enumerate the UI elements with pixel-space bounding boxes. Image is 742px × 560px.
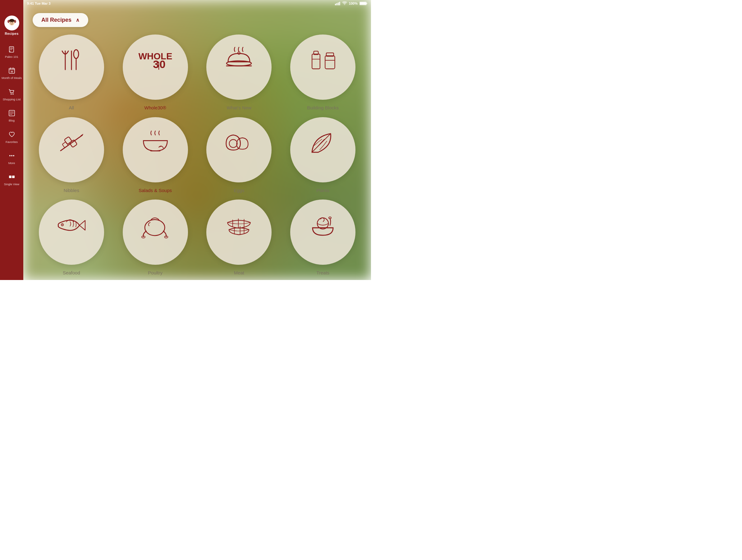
sidebar-item-paleo101[interactable]: Paleo 101 xyxy=(0,42,23,63)
category-seafood[interactable]: Seafood xyxy=(33,200,110,276)
category-treats[interactable]: Treats xyxy=(284,200,362,276)
category-whole30[interactable]: WHOLE 3 0 Whole30® xyxy=(116,35,194,111)
leaf-icon xyxy=(306,126,340,160)
category-treats-label: Treats xyxy=(316,270,329,276)
svg-text:0: 0 xyxy=(159,58,165,70)
svg-rect-18 xyxy=(335,4,336,5)
category-building-blocks-label: Building Blocks xyxy=(307,105,339,111)
category-whole30-circle: WHOLE 3 0 xyxy=(123,35,188,100)
dropdown-label: All Recipes xyxy=(41,17,71,23)
bottles-icon xyxy=(306,43,340,78)
category-whats-new-circle xyxy=(206,35,272,100)
app-logo: Recipes xyxy=(4,15,19,36)
category-eggs-label: Eggs xyxy=(234,187,244,194)
svg-point-27 xyxy=(74,50,78,58)
sidebar-item-blog[interactable]: Blog xyxy=(0,105,23,126)
svg-rect-16 xyxy=(9,175,11,178)
svg-text:30: 30 xyxy=(10,70,13,73)
chevron-up-icon: ∧ xyxy=(76,17,80,23)
svg-rect-19 xyxy=(336,3,337,5)
svg-point-14 xyxy=(11,155,12,156)
wifi-icon xyxy=(342,2,347,5)
category-whole30-label: Whole30® xyxy=(144,105,166,111)
svg-rect-21 xyxy=(339,2,340,5)
category-meat-circle xyxy=(206,200,272,265)
category-building-blocks[interactable]: Building Blocks xyxy=(284,35,362,111)
content-area: All Recipes ∧ All xyxy=(23,7,371,280)
eggs-icon xyxy=(222,126,256,160)
sidebar-item-blog-label: Blog xyxy=(9,119,15,122)
utensils-icon xyxy=(54,43,89,78)
svg-point-52 xyxy=(145,220,165,236)
category-seafood-label: Seafood xyxy=(63,270,80,276)
svg-rect-23 xyxy=(367,3,367,4)
category-whats-new[interactable]: What's New xyxy=(200,35,278,111)
category-poultry-label: Poultry xyxy=(148,270,162,276)
svg-point-49 xyxy=(229,140,237,148)
sausage-icon xyxy=(222,208,256,242)
sidebar-item-single-view[interactable]: Single View xyxy=(0,169,23,190)
battery-label: 100% xyxy=(349,2,358,5)
all-recipes-dropdown[interactable]: All Recipes ∧ xyxy=(33,13,88,27)
svg-point-51 xyxy=(62,224,63,225)
svg-text:3: 3 xyxy=(153,58,159,70)
sidebar-item-shopping-list[interactable]: Shopping List xyxy=(0,84,23,105)
sidebar-item-single-view-label: Single View xyxy=(4,183,19,186)
category-building-blocks-circle xyxy=(290,35,356,100)
sidebar: Recipes Paleo 101 30 Month of Meals xyxy=(0,0,23,280)
sidebar-item-month-of-meals[interactable]: 30 Month of Meals xyxy=(0,63,23,84)
category-all-label: All xyxy=(69,105,74,111)
heart-icon xyxy=(8,131,15,139)
svg-rect-17 xyxy=(12,175,15,178)
signal-icon xyxy=(335,2,340,5)
category-nibbles-label: Nibbles xyxy=(64,187,79,194)
sidebar-item-paleo101-label: Paleo 101 xyxy=(5,55,18,58)
sidebar-item-favorites[interactable]: Favorites xyxy=(0,127,23,148)
serving-dish-icon xyxy=(222,43,256,78)
cart-icon xyxy=(8,89,15,96)
category-meat-label: Meat xyxy=(234,270,244,276)
sidebar-item-more[interactable]: More xyxy=(0,148,23,169)
category-salads-soups[interactable]: Salads & Soups xyxy=(116,117,194,194)
category-eggs[interactable]: Eggs xyxy=(200,117,278,194)
sidebar-item-month-label: Month of Meals xyxy=(2,76,22,80)
svg-rect-40 xyxy=(325,56,335,69)
book-icon xyxy=(8,46,15,54)
svg-point-6 xyxy=(12,22,13,23)
calendar-icon: 30 xyxy=(8,67,15,75)
svg-rect-36 xyxy=(312,54,320,69)
category-treats-circle xyxy=(290,200,356,265)
category-all[interactable]: All xyxy=(33,35,110,111)
sidebar-item-favorites-label: Favorites xyxy=(6,140,18,144)
icecream-bowl-icon xyxy=(306,208,340,242)
sidebar-item-shopping-label: Shopping List xyxy=(3,98,21,101)
svg-point-10 xyxy=(10,94,11,95)
status-right: 100% xyxy=(335,2,367,5)
category-meat[interactable]: Meat xyxy=(200,200,278,276)
svg-point-13 xyxy=(9,155,10,156)
categories-grid: All WHOLE 3 0 Whole30® xyxy=(33,35,362,276)
category-plants[interactable]: Plants xyxy=(284,117,362,194)
fish-icon xyxy=(54,208,89,242)
category-salads-soups-circle xyxy=(123,117,188,183)
category-nibbles-circle xyxy=(39,117,104,183)
category-whats-new-label: What's New xyxy=(227,105,252,111)
skewer-icon xyxy=(54,126,89,160)
single-view-icon xyxy=(8,173,15,181)
category-poultry[interactable]: Poultry xyxy=(116,200,194,276)
category-all-circle xyxy=(39,35,104,100)
category-salads-soups-label: Salads & Soups xyxy=(139,187,172,194)
svg-rect-24 xyxy=(360,2,366,5)
svg-point-15 xyxy=(13,155,14,156)
whole30-icon: WHOLE 3 0 xyxy=(138,43,172,78)
category-seafood-circle xyxy=(39,200,104,265)
category-plants-label: Plants xyxy=(316,187,329,194)
blog-icon xyxy=(8,110,15,117)
svg-point-5 xyxy=(10,22,11,23)
category-plants-circle xyxy=(290,117,356,183)
sidebar-item-more-label: More xyxy=(8,161,15,165)
battery-icon xyxy=(360,2,367,5)
more-dots-icon xyxy=(8,152,15,160)
category-nibbles[interactable]: Nibbles xyxy=(33,117,110,194)
category-eggs-circle xyxy=(206,117,272,183)
